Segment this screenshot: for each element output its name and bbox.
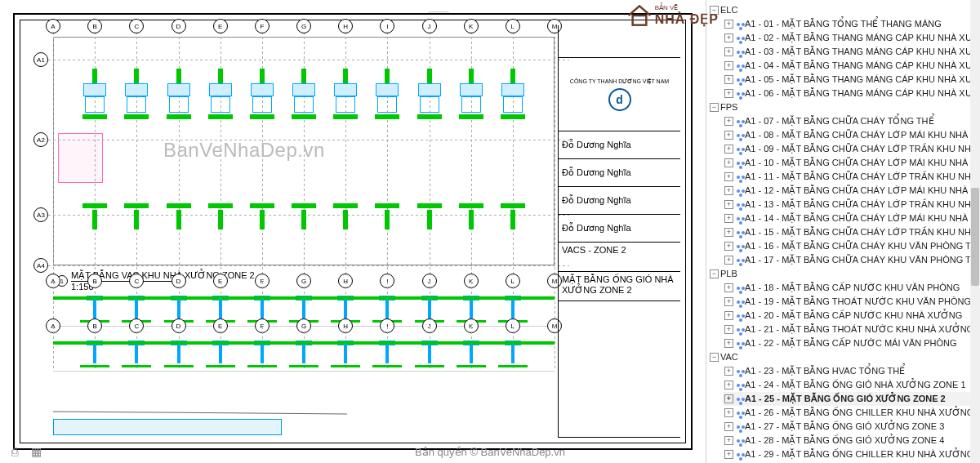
expand-icon[interactable]: +	[724, 228, 733, 237]
tree-sheet-item[interactable]: +A1 - 24 - MẶT BẰNG ỐNG GIÓ NHÀ XƯỞNG ZO…	[723, 378, 978, 392]
project-browser-panel[interactable]: −ELC+A1 - 01 - MẶT BẰNG TỔNG THỂ THANG M…	[706, 0, 980, 463]
diffuser[interactable]	[415, 202, 444, 251]
tree-sheet-item[interactable]: +A1 - 22 - MẶT BẰNG CẤP NƯỚC MÁI VĂN PHÒ…	[723, 336, 978, 350]
tree-category-fps[interactable]: −FPS	[708, 100, 978, 114]
tb-header	[559, 25, 680, 58]
tree-sheet-item[interactable]: +A1 - 14 - MẶT BẰNG CHỮA CHÁY LỚP MÁI KH…	[723, 211, 978, 225]
collapse-icon[interactable]: −	[710, 103, 719, 112]
tree-sheet-item[interactable]: +A1 - 29 - MẶT BẰNG ỐNG CHILLER KHU NHÀ …	[723, 447, 978, 461]
hvac-unit[interactable]	[498, 69, 528, 118]
expand-icon[interactable]: +	[724, 311, 733, 320]
collapse-icon[interactable]: −	[710, 269, 719, 278]
scale-tool-icon[interactable]: ⎙	[7, 443, 23, 460]
expand-icon[interactable]: +	[724, 47, 733, 56]
expand-icon[interactable]: +	[724, 408, 733, 417]
expand-icon[interactable]: +	[724, 145, 733, 154]
tree-sheet-item[interactable]: +A1 - 01 - MẶT BẰNG TỔNG THỂ THANG MÁNG	[723, 17, 978, 31]
tree-sheet-item[interactable]: +A1 - 25 - MẶT BẰNG ỐNG GIÓ XƯỞNG ZONE 2	[723, 392, 978, 406]
tree-sheet-item[interactable]: +A1 - 15 - MẶT BẰNG CHỮA CHÁY LỚP TRẦN K…	[723, 225, 978, 239]
diffuser[interactable]	[247, 202, 277, 251]
collapse-icon[interactable]: −	[710, 353, 719, 362]
scrollbar-thumb[interactable]	[971, 188, 979, 286]
expand-icon[interactable]: +	[724, 297, 733, 306]
expand-icon[interactable]: +	[724, 200, 733, 209]
tree-sheet-item[interactable]: +A1 - 21 - MẶT BẰNG THOÁT NƯỚC KHU NHÀ X…	[723, 323, 978, 336]
tree-sheet-item[interactable]: +A1 - 09 - MẶT BẰNG CHỮA CHÁY LỚP TRẦN K…	[723, 142, 978, 156]
sheet-label: A1 - 21 - MẶT BẰNG THOÁT NƯỚC KHU NHÀ XƯ…	[745, 323, 973, 336]
diffuser[interactable]	[331, 202, 360, 251]
expand-icon[interactable]: +	[724, 450, 733, 459]
expand-icon[interactable]: +	[724, 172, 733, 181]
diffuser[interactable]	[498, 202, 528, 251]
tree-sheet-item[interactable]: +A1 - 11 - MẶT BẰNG CHỮA CHÁY LỚP TRẦN K…	[723, 170, 978, 184]
expand-icon[interactable]: +	[724, 131, 733, 140]
tree-category-elc[interactable]: −ELC	[708, 3, 978, 17]
expand-icon[interactable]: +	[724, 20, 733, 29]
tree-sheet-item[interactable]: +A1 - 13 - MẶT BẰNG CHỮA CHÁY LỚP TRẦN K…	[723, 198, 978, 211]
hvac-unit[interactable]	[372, 69, 402, 118]
hvac-unit[interactable]	[331, 69, 360, 118]
tree-sheet-item[interactable]: +A1 - 02 - MẶT BẰNG THANG MÁNG CÁP KHU N…	[723, 31, 978, 45]
hvac-unit[interactable]	[80, 69, 109, 118]
expand-icon[interactable]: +	[724, 339, 733, 348]
tree-sheet-item[interactable]: +A1 - 19 - MẶT BẰNG THOÁT NƯỚC KHU VĂN P…	[723, 295, 978, 309]
expand-icon[interactable]: +	[724, 158, 733, 167]
diffuser[interactable]	[164, 202, 194, 251]
expand-icon[interactable]: +	[724, 89, 733, 98]
expand-icon[interactable]: +	[724, 117, 733, 126]
expand-icon[interactable]: +	[724, 367, 733, 376]
hvac-unit[interactable]	[164, 69, 194, 118]
expand-icon[interactable]: +	[724, 256, 733, 265]
tree-category-plb[interactable]: −PLB	[708, 267, 978, 281]
expand-icon[interactable]: +	[724, 436, 733, 445]
diffuser[interactable]	[457, 202, 486, 251]
tree-sheet-item[interactable]: +A1 - 03 - MẶT BẰNG THANG MÁNG CÁP KHU N…	[723, 45, 978, 59]
copyright-text: Bản quyền © BanVeNhaDep.vn	[415, 446, 565, 458]
expand-icon[interactable]: +	[724, 61, 733, 70]
drawing-viewport[interactable]: 2D ◎ ✋ ABCDEFGHIJKLMA1A2A3A4 1 MẶT BẰNG …	[0, 0, 706, 463]
hvac-unit[interactable]	[457, 69, 486, 118]
detail-level-icon[interactable]: ▦	[28, 443, 44, 460]
diffuser[interactable]	[289, 202, 318, 251]
tree-sheet-item[interactable]: +A1 - 10 - MẶT BẰNG CHỮA CHÁY LỚP MÁI KH…	[723, 156, 978, 170]
expand-icon[interactable]: +	[724, 33, 733, 42]
diffuser[interactable]	[206, 202, 235, 251]
tree-sheet-item[interactable]: +A1 - 23 - MẶT BẰNG HVAC TỔNG THỂ	[723, 364, 978, 378]
hvac-unit[interactable]	[122, 69, 151, 118]
hvac-unit[interactable]	[206, 69, 235, 118]
tree-sheet-item[interactable]: +A1 - 28 - MẶT BẰNG ỐNG GIÓ XƯỞNG ZONE 4	[723, 434, 978, 447]
tree-sheet-item[interactable]: +A1 - 05 - MẶT BẰNG THANG MÁNG CÁP KHU N…	[723, 73, 978, 87]
hvac-unit[interactable]	[247, 69, 277, 118]
tree-sheet-item[interactable]: +A1 - 08 - MẶT BẰNG CHỮA CHÁY LỚP MÁI KH…	[723, 128, 978, 142]
sheet-label: A1 - 20 - MẶT BẰNG CẤP NƯỚC KHU NHÀ XƯỞN…	[745, 309, 962, 322]
tree-sheet-item[interactable]: +A1 - 27 - MẶT BẰNG ỐNG GIÓ XƯỞNG ZONE 3	[723, 420, 978, 434]
tree-sheet-item[interactable]: +A1 - 26 - MẶT BẰNG ỐNG CHILLER KHU NHÀ …	[723, 406, 978, 420]
tree-sheet-item[interactable]: +A1 - 04 - MẶT BẰNG THANG MÁNG CÁP KHU N…	[723, 59, 978, 73]
tree-sheet-item[interactable]: +A1 - 16 - MẶT BẰNG CHỮA CHÁY KHU VĂN PH…	[723, 239, 978, 253]
tree-sheet-item[interactable]: +A1 - 07 - MẶT BẰNG CHỮA CHÁY TỔNG THỂ	[723, 114, 978, 128]
expand-icon[interactable]: +	[724, 283, 733, 292]
hvac-unit[interactable]	[415, 69, 444, 118]
expand-icon[interactable]: +	[724, 422, 733, 431]
tree-category-vac[interactable]: −VAC	[708, 350, 978, 364]
expand-icon[interactable]: +	[724, 394, 733, 403]
hvac-unit[interactable]	[289, 69, 318, 118]
expand-icon[interactable]: +	[724, 186, 733, 195]
expand-icon[interactable]: +	[724, 75, 733, 84]
tree-sheet-item[interactable]: +A1 - 06 - MẶT BẰNG THANG MÁNG CÁP KHU N…	[723, 87, 978, 100]
diffuser[interactable]	[80, 202, 109, 251]
tree-sheet-item[interactable]: +A1 - 20 - MẶT BẰNG CẤP NƯỚC KHU NHÀ XƯỞ…	[723, 309, 978, 323]
tree-sheet-item[interactable]: +A1 - 17 - MẶT BẰNG CHỮA CHÁY KHU VĂN PH…	[723, 253, 978, 267]
expand-icon[interactable]: +	[724, 325, 733, 334]
expand-icon[interactable]: +	[724, 381, 733, 390]
section-views[interactable]: ABCDEFGHIJKLM ABCDEFGHIJKLM	[53, 282, 555, 396]
expand-icon[interactable]: +	[724, 214, 733, 223]
tree-sheet-item[interactable]: +A1 - 12 - MẶT BẰNG CHỮA CHÁY LỚP MÁI KH…	[723, 184, 978, 198]
diffuser[interactable]	[372, 202, 402, 251]
plan-view[interactable]: ABCDEFGHIJKLMA1A2A3A4	[53, 37, 555, 265]
diffuser[interactable]	[122, 202, 151, 251]
tree-sheet-item[interactable]: +A1 - 18 - MẶT BẰNG CẤP NƯỚC KHU VĂN PHÒ…	[723, 281, 978, 295]
scrollbar-track[interactable]	[970, 0, 980, 463]
expand-icon[interactable]: +	[724, 242, 733, 251]
sheet-icon	[737, 370, 740, 373]
